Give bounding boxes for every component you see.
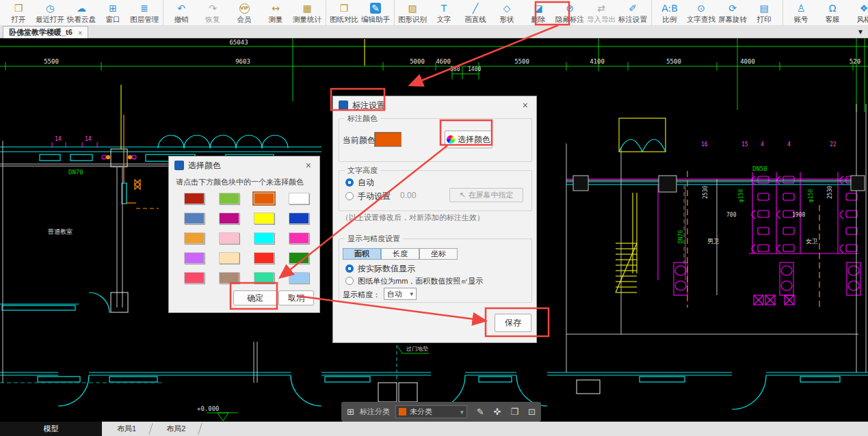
toolbar-button-label: 图形识别 xyxy=(398,15,427,23)
color-swatch[interactable] xyxy=(254,213,274,224)
toolbar-button-label: 编辑助手 xyxy=(361,15,390,23)
axis-number: 15 xyxy=(741,141,748,148)
toolbar-button-annotation-settings[interactable]: ✐ 标注设置 xyxy=(617,0,652,25)
color-swatch[interactable] xyxy=(254,272,274,284)
toolbar-button-recent-open[interactable]: ◷ 最近打开 xyxy=(34,0,66,25)
compare-icon: ❐ xyxy=(340,3,349,14)
auto-height-radio[interactable] xyxy=(345,178,354,187)
toolbar-button-screen-rotate[interactable]: ⟳ 屏幕旋转 xyxy=(717,0,748,25)
toolbar-button-redo[interactable]: ↷ 恢复 xyxy=(197,0,228,25)
toolbar-button-label: 比例 xyxy=(663,15,677,23)
toolbar-button-account[interactable]: ♙ 账号 xyxy=(785,0,817,25)
toolbar-button-measure-stats[interactable]: ▦ 测量统计 xyxy=(291,0,326,25)
document-tab[interactable]: 卧佛堂教学楼暖_t6 × xyxy=(3,26,88,38)
toolbar-button-label: 导入导出 xyxy=(587,15,616,23)
dim-label: 2530 xyxy=(827,186,833,199)
close-tab-icon[interactable]: × xyxy=(78,29,82,37)
dim-segment: 4000 xyxy=(740,58,755,65)
close-icon[interactable]: × xyxy=(303,160,314,171)
specify-on-screen-button[interactable]: ↖ 在屏幕中指定 xyxy=(449,188,523,202)
color-swatch[interactable] xyxy=(219,252,239,264)
precision-select[interactable]: 自动 ▾ xyxy=(384,288,417,300)
toolbar-button-vip[interactable]: VIP 会员 xyxy=(228,0,260,25)
toolbar-button-hide-annotation[interactable]: ⊘ 隐藏标注 xyxy=(554,0,586,25)
actual-value-radio[interactable] xyxy=(345,264,354,273)
vip-icon: VIP xyxy=(239,3,250,14)
toolbar-button-window[interactable]: ⊞ 窗口 xyxy=(97,0,129,25)
toolbar-button-measure[interactable]: ↔ 测量 xyxy=(260,0,291,25)
layout-tab[interactable]: 模型 xyxy=(0,422,102,436)
toolbar-button-draw-line[interactable]: ╱ 画直线 xyxy=(460,0,491,25)
dim-segment: 520 xyxy=(850,58,860,65)
color-swatch[interactable] xyxy=(289,252,309,264)
color-swatch[interactable] xyxy=(219,193,239,204)
measure-stats-icon: ▦ xyxy=(302,3,311,14)
classify-dropdown[interactable]: 未分类 ▾ xyxy=(395,405,467,418)
toolbar-button-drawing-compare[interactable]: ❐ 图纸对比 xyxy=(328,0,360,25)
tab-coordinate[interactable]: 坐标 xyxy=(419,248,458,260)
save-button-label: 保存 xyxy=(505,317,521,329)
toolbar-button-import-export[interactable]: ⇄ 导入导出 xyxy=(586,0,617,25)
grid-icon[interactable]: ⊞ xyxy=(347,407,354,417)
toolbar-button-cloud[interactable]: ☁ 快看云盘 xyxy=(66,0,97,25)
toolbar-button-print[interactable]: ▤ 打印 xyxy=(748,0,783,25)
toolbar-button-shape[interactable]: ◇ 形状 xyxy=(491,0,523,25)
toolbar-button-text-search[interactable]: ⊙ 文字查找 xyxy=(685,0,717,25)
color-group-label: 标注颜色 xyxy=(345,113,380,124)
color-swatch[interactable] xyxy=(289,232,309,244)
layout-tab[interactable]: 布局2 xyxy=(151,422,200,436)
layout-tab[interactable]: 布局1 xyxy=(102,422,151,436)
tab-area[interactable]: 面积 xyxy=(343,248,381,260)
color-swatch[interactable] xyxy=(289,193,309,204)
color-swatch[interactable] xyxy=(184,272,205,284)
annotation-settings-icon: ✐ xyxy=(629,3,637,14)
dim-segment: 5500 xyxy=(666,58,681,65)
dim-total: 65043 xyxy=(229,39,248,46)
layout-tab-label: 布局2 xyxy=(166,424,185,434)
tab-overflow-icon[interactable]: ▼ xyxy=(857,28,864,36)
rotate-icon: ⟳ xyxy=(728,3,737,14)
line-icon: ╱ xyxy=(473,3,478,14)
color-swatch[interactable] xyxy=(254,232,274,244)
lock-icon[interactable]: ⊡ xyxy=(528,407,536,417)
color-swatch[interactable] xyxy=(219,213,239,224)
toolbar-button-layer-manage[interactable]: ≣ 图层管理 xyxy=(129,0,163,25)
toolbar-button-label: 撤销 xyxy=(174,15,189,23)
close-icon[interactable]: × xyxy=(520,100,531,111)
toolbar-button-service[interactable]: Ω 客服 xyxy=(817,0,848,25)
copy-icon[interactable]: ❐ xyxy=(510,407,518,417)
manual-height-radio[interactable] xyxy=(345,192,354,200)
toolbar-button-label: 删除 xyxy=(531,15,546,23)
color-swatch[interactable] xyxy=(219,232,239,244)
ok-button[interactable]: 确定 xyxy=(233,290,277,305)
toolbar-button-open[interactable]: ❒ 打开 xyxy=(3,0,34,25)
color-swatch[interactable] xyxy=(184,193,205,204)
toolbar-button-undo[interactable]: ↶ 撤销 xyxy=(166,0,197,25)
color-swatch[interactable] xyxy=(289,213,309,224)
toolbar-button-delete[interactable]: ◪ 删除 xyxy=(523,0,554,25)
manual-height-value[interactable]: 0.00 xyxy=(400,191,416,200)
toolbar-button-shape-recognition[interactable]: ▨ 图形识别 xyxy=(397,0,428,25)
toolbar-button-text[interactable]: T 文字 xyxy=(428,0,460,25)
pencil-square-icon: ✎ xyxy=(370,3,381,14)
pick-color-button[interactable]: 选择颜色 xyxy=(445,131,492,148)
toolbar-button-style[interactable]: ❖ 风格 xyxy=(848,0,868,25)
tab-length[interactable]: 长度 xyxy=(381,248,419,260)
shape-icon: ◇ xyxy=(503,3,511,14)
color-swatch[interactable] xyxy=(184,213,205,224)
toolbar-button-edit-assistant[interactable]: ✎ 编辑助手 xyxy=(360,0,395,25)
cancel-button[interactable]: 取消 xyxy=(278,290,314,305)
save-button[interactable]: 保存 xyxy=(495,314,531,332)
color-swatch[interactable] xyxy=(219,272,239,284)
toolbar-button-scale[interactable]: A:B 比例 xyxy=(654,0,685,25)
room-label: 男卫 xyxy=(707,238,720,245)
color-swatch[interactable] xyxy=(289,272,309,284)
color-swatch[interactable] xyxy=(184,252,205,264)
mm-unit-radio[interactable] xyxy=(345,277,354,285)
move-icon[interactable]: ✜ xyxy=(494,407,501,417)
color-swatch[interactable] xyxy=(254,193,274,204)
color-swatch[interactable] xyxy=(184,232,205,244)
edit-annotation-icon[interactable]: ✎ xyxy=(477,407,484,417)
toolbar-button-label: 打开 xyxy=(12,15,26,23)
color-swatch[interactable] xyxy=(254,252,274,264)
